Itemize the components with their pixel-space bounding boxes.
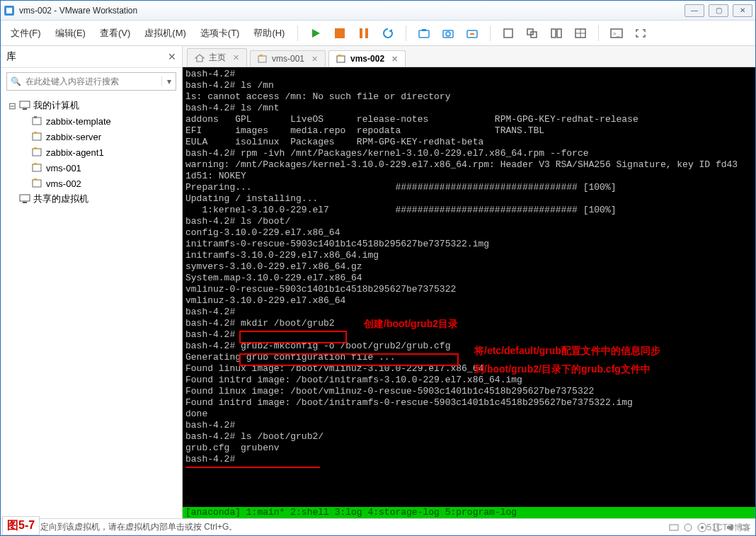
svg-rect-23 xyxy=(23,108,27,110)
svg-rect-16 xyxy=(557,29,561,38)
annotation-label-mkdir: 创建/boot/grub2目录 xyxy=(364,318,458,331)
home-icon xyxy=(195,54,205,62)
pause-icon[interactable] xyxy=(353,24,374,42)
content-area: 主页 ✕ vms-001 ✕ vms-002 ✕ bash-4.2# bash-… xyxy=(183,46,755,518)
vm-icon xyxy=(32,147,43,157)
minimize-button[interactable]: — xyxy=(685,4,704,17)
svg-rect-25 xyxy=(34,116,37,118)
vm-icon xyxy=(336,55,346,63)
svg-rect-30 xyxy=(33,164,41,171)
play-icon[interactable] xyxy=(305,24,326,42)
thumbnail-icon[interactable] xyxy=(570,24,591,42)
tree-item-zabbix-agent1[interactable]: zabbix-agent1 xyxy=(5,144,178,160)
tree-item-label: zabbix-agent1 xyxy=(46,147,104,158)
search-dropdown-icon[interactable]: ▾ xyxy=(161,76,176,86)
menu-vm[interactable]: 虚拟机(M) xyxy=(139,24,192,42)
svg-rect-3 xyxy=(335,28,345,38)
vm-icon xyxy=(258,55,268,63)
svg-rect-31 xyxy=(34,163,37,165)
terminal-output: bash-4.2# bash-4.2# ls /mn ls: cannot ac… xyxy=(183,67,755,467)
annotation-box-mkconfig xyxy=(239,353,459,366)
library-close-icon[interactable]: ✕ xyxy=(168,51,176,62)
menu-tabs[interactable]: 选项卡(T) xyxy=(195,24,246,42)
menu-edit[interactable]: 编辑(E) xyxy=(50,24,91,42)
svg-rect-26 xyxy=(33,133,41,140)
tab-label: 主页 xyxy=(209,52,226,64)
tab-strip: 主页 ✕ vms-001 ✕ vms-002 ✕ xyxy=(183,46,755,67)
device-network-icon[interactable] xyxy=(683,523,693,532)
svg-rect-40 xyxy=(338,55,341,57)
vm-icon xyxy=(32,132,43,142)
multi-window-icon[interactable] xyxy=(522,24,543,42)
console-icon[interactable]: >_ xyxy=(606,24,627,42)
vm-icon xyxy=(32,116,43,126)
svg-rect-27 xyxy=(34,132,37,134)
tree-item-zabbix-server[interactable]: zabbix-server xyxy=(5,129,178,144)
tree-item-vms-001[interactable]: vms-001 xyxy=(5,160,178,176)
unity-icon[interactable] xyxy=(546,24,567,42)
svg-point-10 xyxy=(446,32,450,36)
menu-file[interactable]: 文件(F) xyxy=(5,24,47,42)
svg-marker-2 xyxy=(312,29,320,38)
tab-close-icon[interactable]: ✕ xyxy=(391,55,398,64)
annotation-box-mkdir xyxy=(239,331,347,343)
revert-icon[interactable] xyxy=(462,24,483,42)
restart-icon[interactable] xyxy=(377,24,399,42)
expander-icon[interactable]: ⊟ xyxy=(8,101,16,111)
tab-home[interactable]: 主页 ✕ xyxy=(187,48,247,67)
terminal-pane[interactable]: bash-4.2# bash-4.2# ls /mn ls: cannot ac… xyxy=(183,67,755,518)
app-icon xyxy=(4,5,15,16)
tree-shared-vms[interactable]: 共享的虚拟机 xyxy=(5,191,178,207)
fullscreen-icon[interactable] xyxy=(630,24,651,42)
search-icon: 🔍 xyxy=(7,76,24,86)
tab-close-icon[interactable]: ✕ xyxy=(311,55,318,64)
svg-marker-36 xyxy=(195,55,204,62)
menu-help[interactable]: 帮助(H) xyxy=(248,24,290,42)
svg-rect-24 xyxy=(33,118,41,125)
tree-root-mycomputer[interactable]: ⊟ 我的计算机 xyxy=(5,98,178,113)
tree-item-label: vms-001 xyxy=(46,163,81,173)
menu-view[interactable]: 查看(V) xyxy=(94,24,136,42)
tree-item-label: zabbix-template xyxy=(46,116,111,127)
tab-vms-001[interactable]: vms-001 ✕ xyxy=(250,50,326,67)
annotation-label-mkconfig-2: 到/boot/grub2/目录下的grub.cfg文件中 xyxy=(474,363,651,376)
svg-rect-41 xyxy=(670,525,678,530)
svg-rect-28 xyxy=(33,149,41,156)
main-area: 库 ✕ 🔍 ▾ ⊟ 我的计算机 zabbix-template zabbix-s… xyxy=(1,46,755,518)
tab-close-icon[interactable]: ✕ xyxy=(233,53,239,62)
svg-rect-5 xyxy=(365,28,368,38)
snapshot-manager-icon[interactable] xyxy=(437,24,459,42)
window-title: vms-002 - VMware Workstation xyxy=(19,6,685,16)
svg-rect-33 xyxy=(34,178,37,181)
tree-shared-label: 共享的虚拟机 xyxy=(33,193,88,205)
single-window-icon[interactable] xyxy=(498,24,519,42)
svg-text:>_: >_ xyxy=(613,30,620,37)
tab-vms-002[interactable]: vms-002 ✕ xyxy=(328,50,406,67)
vm-icon xyxy=(32,178,43,188)
menubar: 文件(F) 编辑(E) 查看(V) 虚拟机(M) 选项卡(T) 帮助(H) >_ xyxy=(1,21,755,46)
annotation-label-mkconfig-1: 将/etc/default/grub配置文件中的信息同步 xyxy=(474,345,660,358)
annotation-underline-grubenv xyxy=(185,467,320,468)
svg-point-44 xyxy=(701,526,704,529)
shared-icon xyxy=(19,194,30,204)
svg-rect-32 xyxy=(33,180,41,187)
search-input[interactable] xyxy=(24,76,161,87)
close-button[interactable]: ✕ xyxy=(733,4,752,17)
svg-rect-15 xyxy=(551,29,556,38)
tree-item-zabbix-template[interactable]: zabbix-template xyxy=(5,113,178,129)
sidebar: 库 ✕ 🔍 ▾ ⊟ 我的计算机 zabbix-template zabbix-s… xyxy=(1,46,183,518)
status-bar: 要将输入定向到该虚拟机，请在虚拟机内部单击或按 Ctrl+G。 xyxy=(1,518,755,535)
tab-label: vms-001 xyxy=(272,54,304,64)
device-disk-icon[interactable] xyxy=(669,523,679,532)
maximize-button[interactable]: ▢ xyxy=(709,4,728,17)
library-search[interactable]: 🔍 ▾ xyxy=(6,72,176,91)
svg-rect-22 xyxy=(20,101,30,108)
stop-icon[interactable] xyxy=(329,24,350,42)
status-hint: 要将输入定向到该虚拟机，请在虚拟机内部单击或按 Ctrl+G。 xyxy=(6,521,237,533)
snapshot-icon[interactable] xyxy=(413,24,435,42)
svg-point-42 xyxy=(685,524,692,531)
tree-item-vms-002[interactable]: vms-002 xyxy=(5,176,178,191)
device-cd-icon[interactable] xyxy=(697,523,707,532)
tab-label: vms-002 xyxy=(350,54,384,64)
svg-rect-39 xyxy=(337,56,345,62)
